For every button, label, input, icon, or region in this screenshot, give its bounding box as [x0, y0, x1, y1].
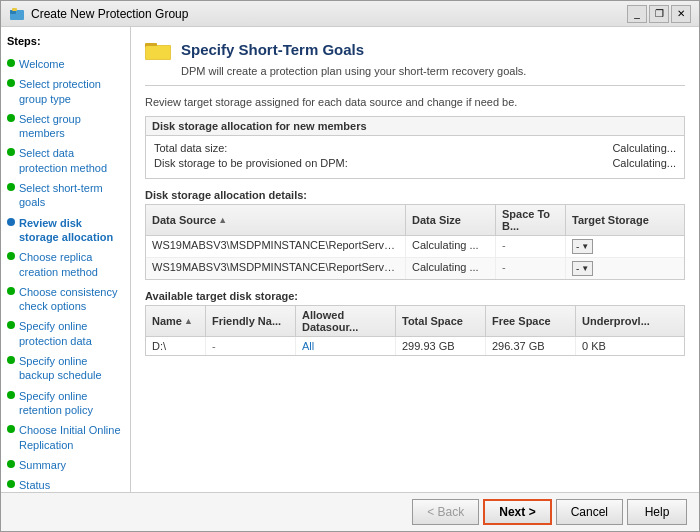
- sidebar-item-select-protection-group-type[interactable]: Select protection group type: [5, 75, 126, 108]
- description-text: Review target storage assigned for each …: [145, 96, 685, 108]
- sidebar-label-select-protection-group-type: Select protection group type: [19, 77, 124, 106]
- content-area: Steps: WelcomeSelect protection group ty…: [1, 27, 699, 492]
- sidebar-label-review-disk-storage: Review disk storage allocation: [19, 216, 124, 245]
- sidebar-label-choose-initial-replication: Choose Initial Online Replication: [19, 423, 124, 452]
- total-data-size-row: Total data size: Calculating...: [154, 142, 676, 154]
- sidebar-dot-choose-consistency: [7, 287, 15, 295]
- details-row-1: WS19MABSV3\MSDPMINSTANCE\ReportServe... …: [146, 258, 684, 279]
- details-cell-spacetob-0: -: [496, 236, 566, 257]
- allocation-section: Disk storage allocation for new members …: [145, 116, 685, 179]
- header-title: Specify Short-Term Goals: [181, 41, 364, 58]
- restore-button[interactable]: ❐: [649, 5, 669, 23]
- sidebar-item-specify-online-backup[interactable]: Specify online backup schedule: [5, 352, 126, 385]
- sidebar-item-select-short-term-goals[interactable]: Select short-term goals: [5, 179, 126, 212]
- sidebar-label-choose-replica: Choose replica creation method: [19, 250, 124, 279]
- minimize-button[interactable]: _: [627, 5, 647, 23]
- sidebar-dot-status: [7, 480, 15, 488]
- window-icon: [9, 6, 25, 22]
- sidebar-item-select-group-members[interactable]: Select group members: [5, 110, 126, 143]
- details-cell-datasize-1: Calculating ...: [406, 258, 496, 279]
- allocation-section-body: Total data size: Calculating... Disk sto…: [146, 136, 684, 178]
- steps-label: Steps:: [5, 35, 126, 47]
- dropdown-arrow-1: ▼: [581, 264, 589, 273]
- folder-icon: [145, 39, 173, 61]
- sidebar-dot-select-group-members: [7, 114, 15, 122]
- available-cell-underprov-0: 0 KB: [576, 337, 684, 355]
- th-name: Name ▲: [146, 306, 206, 336]
- title-bar-left: Create New Protection Group: [9, 6, 188, 22]
- svg-rect-5: [146, 46, 170, 59]
- sidebar-item-specify-online-retention[interactable]: Specify online retention policy: [5, 387, 126, 420]
- sidebar-dot-review-disk-storage: [7, 218, 15, 226]
- th-spacetob: Space To B...: [496, 205, 566, 235]
- available-table-header: Name ▲ Friendly Na... Allowed Datasour..…: [146, 306, 684, 337]
- details-section: Disk storage allocation details: Data So…: [145, 189, 685, 280]
- main-window: Create New Protection Group _ ❐ ✕ Steps:…: [0, 0, 700, 532]
- details-section-title: Disk storage allocation details:: [145, 189, 685, 201]
- details-row-0: WS19MABSV3\MSDPMINSTANCE\ReportServe... …: [146, 236, 684, 258]
- sidebar-label-select-short-term-goals: Select short-term goals: [19, 181, 124, 210]
- sidebar-item-choose-consistency[interactable]: Choose consistency check options: [5, 283, 126, 316]
- available-cell-freespace-0: 296.37 GB: [486, 337, 576, 355]
- targetstorage-dropdown-0[interactable]: - ▼: [572, 239, 593, 254]
- sidebar-dot-specify-online-retention: [7, 391, 15, 399]
- targetstorage-dropdown-1[interactable]: - ▼: [572, 261, 593, 276]
- sidebar-item-welcome[interactable]: Welcome: [5, 55, 126, 73]
- sidebar-item-status[interactable]: Status: [5, 476, 126, 492]
- details-table: Data Source ▲ Data Size Space To B... Ta…: [145, 204, 685, 280]
- disk-storage-label: Disk storage to be provisioned on DPM:: [154, 157, 348, 169]
- sidebar-label-choose-consistency: Choose consistency check options: [19, 285, 124, 314]
- sidebar-item-select-data-protection-method[interactable]: Select data protection method: [5, 144, 126, 177]
- total-data-size-value: Calculating...: [612, 142, 676, 154]
- th-allowed: Allowed Datasour...: [296, 306, 396, 336]
- allocation-section-title: Disk storage allocation for new members: [146, 117, 684, 136]
- svg-rect-2: [12, 8, 17, 11]
- sidebar-item-summary[interactable]: Summary: [5, 456, 126, 474]
- sidebar-label-status: Status: [19, 478, 50, 492]
- available-cell-totalspace-0: 299.93 GB: [396, 337, 486, 355]
- sidebar-item-review-disk-storage[interactable]: Review disk storage allocation: [5, 214, 126, 247]
- sidebar-dot-summary: [7, 460, 15, 468]
- sort-arrow-name: ▲: [184, 316, 193, 326]
- details-cell-datasource-0: WS19MABSV3\MSDPMINSTANCE\ReportServe...: [146, 236, 406, 257]
- available-cell-name-0: D:\: [146, 337, 206, 355]
- available-table: Name ▲ Friendly Na... Allowed Datasour..…: [145, 305, 685, 356]
- cancel-button[interactable]: Cancel: [556, 499, 623, 525]
- sidebar-label-specify-online-data: Specify online protection data: [19, 319, 124, 348]
- sidebar-label-specify-online-backup: Specify online backup schedule: [19, 354, 124, 383]
- details-cell-spacetob-1: -: [496, 258, 566, 279]
- close-button[interactable]: ✕: [671, 5, 691, 23]
- available-cell-allowed-0: All: [296, 337, 396, 355]
- sidebar-item-choose-initial-replication[interactable]: Choose Initial Online Replication: [5, 421, 126, 454]
- window-title: Create New Protection Group: [31, 7, 188, 21]
- total-data-size-label: Total data size:: [154, 142, 227, 154]
- sidebar-item-specify-online-data[interactable]: Specify online protection data: [5, 317, 126, 350]
- header-icon-title: Specify Short-Term Goals: [145, 39, 685, 61]
- available-section: Available target disk storage: Name ▲ Fr…: [145, 290, 685, 356]
- th-underprov: Underprovl...: [576, 306, 684, 336]
- title-bar: Create New Protection Group _ ❐ ✕: [1, 1, 699, 27]
- dropdown-value-0: -: [576, 241, 579, 252]
- header-subtitle: DPM will create a protection plan using …: [181, 65, 685, 77]
- main-content: Specify Short-Term Goals DPM will create…: [131, 27, 699, 492]
- th-friendly: Friendly Na...: [206, 306, 296, 336]
- sidebar-label-select-data-protection-method: Select data protection method: [19, 146, 124, 175]
- sidebar-dot-select-data-protection-method: [7, 148, 15, 156]
- th-targetstorage: Target Storage: [566, 205, 684, 235]
- available-row-0: D:\ - All 299.93 GB 296.37 GB 0 KB: [146, 337, 684, 355]
- sidebar-item-choose-replica[interactable]: Choose replica creation method: [5, 248, 126, 281]
- sidebar-dot-select-short-term-goals: [7, 183, 15, 191]
- dropdown-value-1: -: [576, 263, 579, 274]
- th-freespace: Free Space: [486, 306, 576, 336]
- details-cell-targetstorage-0[interactable]: - ▼: [566, 236, 684, 257]
- disk-storage-row: Disk storage to be provisioned on DPM: C…: [154, 157, 676, 169]
- details-cell-targetstorage-1[interactable]: - ▼: [566, 258, 684, 279]
- details-table-header: Data Source ▲ Data Size Space To B... Ta…: [146, 205, 684, 236]
- back-button[interactable]: < Back: [412, 499, 479, 525]
- sidebar-dot-choose-replica: [7, 252, 15, 260]
- sidebar-dot-specify-online-backup: [7, 356, 15, 364]
- next-button[interactable]: Next >: [483, 499, 551, 525]
- sidebar-dot-select-protection-group-type: [7, 79, 15, 87]
- disk-storage-value: Calculating...: [612, 157, 676, 169]
- help-button[interactable]: Help: [627, 499, 687, 525]
